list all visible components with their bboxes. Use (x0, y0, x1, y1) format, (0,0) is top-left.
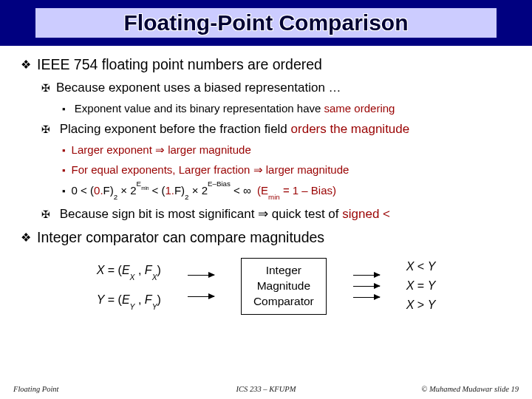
point-biased-rep: Because exponent uses a biased represent… (41, 81, 511, 95)
text-red: same ordering (324, 102, 395, 115)
point-equal-exp: For equal exponents, Larger fraction ⇒ l… (62, 163, 511, 177)
point-ieee-ordered: IEEE 754 floating point numbers are orde… (21, 56, 511, 73)
arrow-icon (353, 275, 380, 276)
slide-title: Floating-Point Comparison (35, 8, 497, 38)
slide-footer: Floating Point ICS 233 – KFUPM © Muhamed… (0, 385, 532, 393)
point-range-formula: 0 < (0.F)2 × 2Emin < (1.F)2 × 2E–Bias < … (62, 183, 511, 199)
output-eq: X = Y (406, 279, 436, 293)
output-lt: X < Y (406, 260, 436, 273)
text-frag: Placing exponent before the fraction fie… (60, 122, 291, 136)
arrow-icon (188, 296, 214, 297)
footer-right: © Muhamed Mudawar slide 19 (421, 385, 519, 393)
outputs-column: X < Y X = Y X > Y (406, 260, 436, 312)
input-x: X = (EX , FX) (97, 264, 161, 279)
comparator-box: IntegerMagnitudeComparator (241, 258, 327, 315)
input-arrows (188, 275, 214, 297)
output-gt: X > Y (406, 299, 436, 312)
point-orders-magnitude: Placing exponent before the fraction fie… (41, 122, 511, 137)
arrow-icon (353, 297, 380, 298)
text-red: orders the magnitude (291, 122, 410, 136)
inputs-column: X = (EX , FX) Y = (EY , FY) (97, 264, 161, 308)
text-frag: Because sign bit is most significant ⇒ q… (60, 207, 343, 221)
input-y: Y = (EY , FY) (97, 293, 161, 308)
point-sign-bit: Because sign bit is most significant ⇒ q… (41, 206, 511, 222)
point-same-ordering: Exponent value and its binary representa… (62, 102, 511, 115)
footer-center: ICS 233 – KFUPM (236, 385, 296, 393)
text-red: signed < (342, 207, 390, 221)
text-frag: Exponent value and its binary representa… (75, 102, 324, 115)
footer-left: Floating Point (13, 385, 59, 393)
output-arrows (353, 275, 380, 298)
arrow-icon (353, 286, 380, 287)
comparator-diagram: X = (EX , FX) Y = (EY , FY) IntegerMagni… (21, 258, 511, 315)
point-int-comparator: Integer comparator can compare magnitude… (21, 229, 511, 246)
arrow-icon (188, 275, 214, 276)
slide-body: IEEE 754 floating point numbers are orde… (0, 46, 532, 315)
title-bar: Floating-Point Comparison (0, 0, 532, 46)
point-larger-exp: Larger exponent ⇒ larger magnitude (62, 143, 511, 157)
